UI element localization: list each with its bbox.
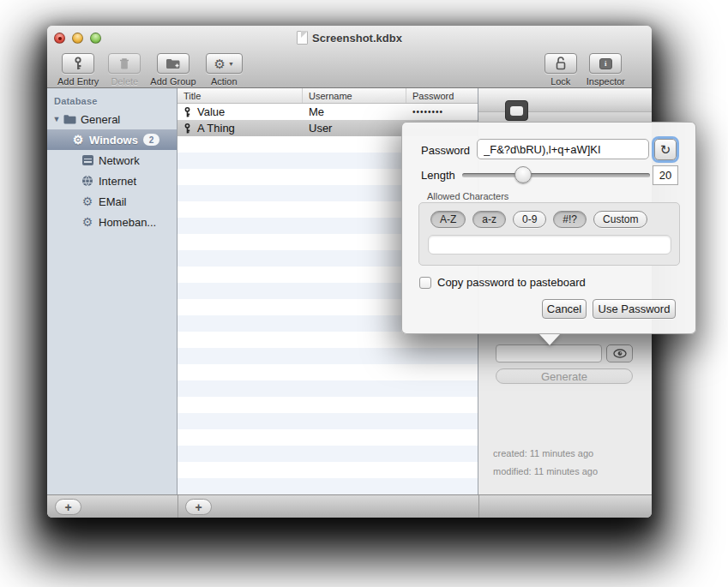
- title-group: Screenshot.kdbx: [47, 26, 652, 50]
- trash-icon: [118, 57, 130, 70]
- globe-icon: [81, 175, 94, 187]
- sidebar-item-windows[interactable]: ⚙ Windows 2: [47, 129, 177, 150]
- reveal-password-button[interactable]: [606, 344, 633, 362]
- table-row[interactable]: Value Me ••••••••: [177, 104, 478, 120]
- image-icon: [510, 106, 523, 116]
- document-icon: [297, 31, 308, 45]
- key-icon: [183, 123, 192, 135]
- table-header: Title Username Password: [177, 88, 478, 104]
- charset-uppercase-toggle[interactable]: A-Z: [430, 211, 466, 228]
- inspector-button[interactable]: i Inspector: [587, 53, 625, 87]
- screenshot-stage: Screenshot.kdbx Add Entry Delete: [0, 0, 728, 587]
- sidebar-item-homebanking[interactable]: ⚙ Homeban...: [47, 212, 177, 232]
- key-icon: [72, 57, 84, 70]
- cell-username: Me: [303, 105, 406, 118]
- sidebar-item-internet[interactable]: Internet: [47, 171, 177, 191]
- bottom-bar-divider: [177, 495, 178, 518]
- password-label: Password: [421, 144, 470, 157]
- generate-button[interactable]: Generate: [496, 368, 633, 384]
- character-option-pills: A-Z a-z 0-9 #!? Custom: [430, 211, 647, 228]
- slider-thumb[interactable]: [514, 166, 532, 183]
- add-entry-button[interactable]: Add Entry: [57, 53, 99, 87]
- sidebar-item-email[interactable]: ⚙ EMail: [47, 191, 177, 212]
- charset-custom-toggle[interactable]: Custom: [593, 211, 647, 228]
- sidebar: Database ▼ General ⚙ Windows 2 Network: [47, 88, 177, 494]
- allowed-characters-label: Allowed Characters: [427, 191, 508, 201]
- network-icon: [81, 155, 94, 165]
- column-header-title[interactable]: Title: [177, 88, 303, 103]
- charset-digits-toggle[interactable]: 0-9: [513, 211, 546, 228]
- cell-title: A Thing: [197, 122, 235, 135]
- copy-password-row: Copy password to pasteboard: [419, 276, 586, 289]
- eye-icon: [613, 349, 627, 358]
- allowed-characters-box: A-Z a-z 0-9 #!? Custom: [418, 202, 680, 266]
- custom-characters-field[interactable]: [428, 235, 671, 255]
- sidebar-item-label: Windows: [89, 134, 138, 147]
- length-slider[interactable]: [462, 173, 650, 177]
- delete-button[interactable]: Delete: [108, 53, 141, 87]
- window-header: Screenshot.kdbx Add Entry Delete: [47, 26, 652, 88]
- password-generator-popover: Password ↻ Length Allowed Characters A-Z…: [401, 122, 696, 334]
- gear-icon: ⚙: [81, 216, 94, 228]
- bottom-bar-divider: [478, 495, 479, 518]
- length-label: Length: [421, 169, 455, 182]
- cell-title: Value: [197, 105, 225, 118]
- titlebar[interactable]: Screenshot.kdbx: [47, 26, 652, 50]
- chevron-down-icon: ▼: [228, 61, 234, 67]
- cell-password: ••••••••: [406, 107, 478, 117]
- sidebar-item-label: Network: [99, 154, 140, 167]
- column-header-username[interactable]: Username: [303, 88, 406, 103]
- sidebar-item-label: Internet: [99, 175, 136, 188]
- inspector-password-field[interactable]: [496, 344, 602, 362]
- key-icon: [183, 106, 192, 118]
- use-password-button[interactable]: Use Password: [593, 299, 676, 319]
- modified-timestamp: modified: 11 minutes ago: [493, 466, 598, 476]
- window-title: Screenshot.kdbx: [312, 32, 402, 45]
- lock-button[interactable]: Lock: [544, 53, 577, 87]
- column-header-password[interactable]: Password: [406, 88, 478, 103]
- lock-open-icon: [555, 57, 567, 70]
- popover-arrow: [539, 334, 560, 345]
- toolbar: Add Entry Delete Add Group ⚙: [47, 50, 652, 88]
- add-group-button[interactable]: Add Group: [150, 53, 196, 87]
- add-group-plus-button[interactable]: +: [55, 499, 81, 515]
- cancel-button[interactable]: Cancel: [542, 299, 587, 319]
- gear-icon: ⚙: [81, 195, 94, 207]
- length-value-field[interactable]: [653, 165, 678, 185]
- add-entry-plus-button[interactable]: +: [185, 499, 212, 515]
- created-timestamp: created: 11 minutes ago: [493, 448, 593, 458]
- folder-icon: [63, 114, 76, 124]
- folder-plus-icon: [165, 57, 180, 69]
- copy-password-label: Copy password to pasteboard: [437, 276, 586, 289]
- charset-lowercase-toggle[interactable]: a-z: [472, 211, 506, 228]
- action-button[interactable]: ⚙ ▼ Action: [206, 53, 243, 87]
- regenerate-button[interactable]: ↻: [654, 139, 677, 160]
- sidebar-item-label: EMail: [99, 195, 127, 208]
- gear-icon: ⚙: [71, 134, 85, 146]
- count-badge: 2: [143, 134, 159, 146]
- sidebar-item-label: Homeban...: [99, 216, 156, 229]
- sidebar-item-label: General: [81, 113, 120, 126]
- copy-password-checkbox[interactable]: [419, 277, 431, 289]
- charset-symbols-toggle[interactable]: #!?: [553, 211, 587, 228]
- sidebar-section-database: Database: [47, 93, 177, 109]
- gear-icon: ⚙: [214, 57, 226, 70]
- generated-password-field[interactable]: [477, 139, 649, 159]
- entry-icon-picker[interactable]: [505, 100, 528, 121]
- sidebar-item-network[interactable]: Network: [47, 150, 177, 171]
- disclosure-triangle-icon[interactable]: ▼: [51, 115, 63, 123]
- refresh-icon: ↻: [660, 142, 671, 158]
- cell-username: User: [303, 122, 406, 135]
- bottom-bar: + +: [47, 494, 652, 518]
- info-icon: i: [599, 58, 612, 69]
- sidebar-item-general[interactable]: ▼ General: [47, 109, 177, 129]
